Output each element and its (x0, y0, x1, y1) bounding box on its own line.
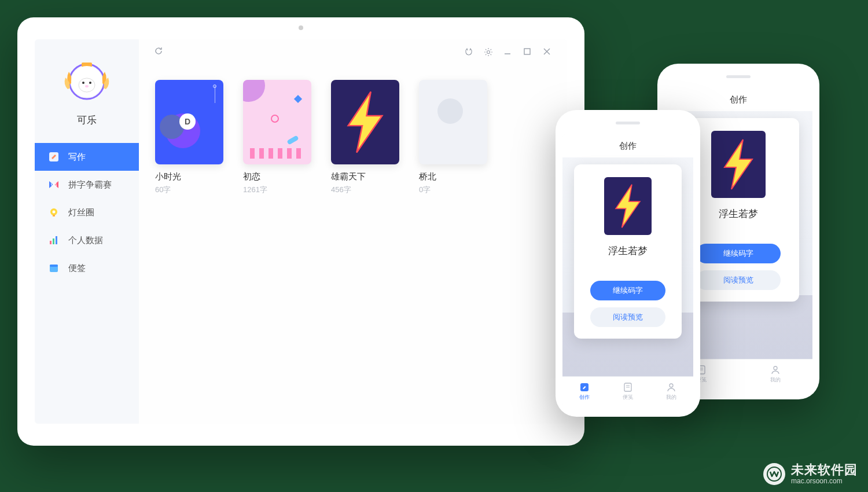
phone-speaker (616, 122, 640, 124)
svg-marker-22 (724, 139, 752, 189)
book-grid: D 小时光 60字 初恋 1261字 雄霸天下 456字 (139, 65, 567, 424)
continue-writing-button[interactable]: 继续码字 (696, 244, 781, 263)
book-title: 小时光 (155, 171, 223, 182)
featured-book-cover (604, 177, 652, 235)
sidebar-item-label: 便签 (68, 263, 86, 274)
book-meta: 60字 (155, 185, 223, 195)
phone-header: 创作 (664, 88, 812, 111)
sidebar-item-contest[interactable]: VS 拼字争霸赛 (35, 171, 139, 199)
lightning-icon (720, 138, 757, 190)
book-card[interactable]: D 小时光 60字 (155, 80, 223, 409)
book-cover (419, 80, 487, 164)
avatar-badge[interactable] (61, 56, 113, 108)
watermark-url: mac.orsoon.com (791, 478, 858, 485)
featured-book-title: 浮生若梦 (719, 207, 758, 221)
versus-icon: VS (47, 178, 60, 191)
preview-reading-button[interactable]: 阅读预览 (590, 307, 665, 327)
tab-label: 便笺 (623, 394, 633, 401)
book-cover: D (155, 80, 223, 164)
profile-tab-icon (770, 365, 781, 375)
tab-label: 我的 (770, 376, 781, 384)
tab-compose[interactable]: 创作 (562, 377, 606, 406)
svg-point-26 (774, 366, 777, 370)
svg-rect-18 (524, 49, 530, 54)
cover-badge: D (179, 113, 196, 130)
phone-small-frame: 创作 浮生若梦 继续码字 阅读预览 创作 便笺 我 (556, 110, 700, 417)
sidebar-item-label: 灯丝圈 (68, 207, 94, 218)
note-icon (47, 262, 60, 274)
profile-tab-icon (666, 382, 676, 392)
sidebar-item-notes[interactable]: 便签 (35, 254, 139, 282)
svg-rect-9 (53, 215, 55, 216)
svg-point-16 (487, 51, 490, 54)
sidebar-nav: 写作 VS 拼字争霸赛 灯丝圈 (35, 143, 139, 282)
sidebar-item-label: 写作 (68, 152, 86, 163)
tab-profile[interactable]: 我的 (738, 359, 812, 389)
svg-point-33 (767, 467, 781, 481)
svg-marker-27 (616, 185, 640, 228)
preview-reading-button[interactable]: 阅读预览 (696, 270, 781, 290)
tab-profile[interactable]: 我的 (650, 377, 693, 406)
main-area: D 小时光 60字 初恋 1261字 雄霸天下 456字 (139, 39, 567, 424)
svg-rect-11 (50, 241, 52, 244)
avatar-image (71, 66, 102, 97)
lightning-icon (612, 183, 644, 229)
svg-point-3 (82, 82, 84, 84)
tab-notes[interactable]: 便笺 (606, 377, 649, 406)
camera-dot (299, 25, 303, 30)
phone-tabbar: 创作 便笺 我的 (562, 376, 693, 406)
sidebar: 可乐 写作 VS 拼字争霸赛 (35, 39, 139, 424)
sidebar-item-community[interactable]: 灯丝圈 (35, 199, 139, 226)
watermark-logo-icon (763, 463, 785, 485)
cat-icon[interactable] (464, 47, 473, 57)
sidebar-item-label: 个人数据 (68, 235, 103, 246)
sidebar-item-compose[interactable]: 写作 (35, 143, 139, 171)
book-meta: 456字 (331, 185, 399, 195)
book-card[interactable]: 桥北 0字 (419, 80, 487, 409)
sidebar-item-stats[interactable]: 个人数据 (35, 226, 139, 254)
svg-rect-12 (53, 238, 54, 244)
svg-text:VS: VS (51, 182, 57, 188)
svg-point-5 (85, 85, 89, 87)
book-title: 初恋 (243, 171, 311, 182)
featured-book-card: 浮生若梦 继续码字 阅读预览 (574, 164, 681, 339)
phone-header: 创作 (562, 134, 693, 157)
continue-writing-button[interactable]: 继续码字 (590, 281, 665, 300)
book-cover (243, 80, 311, 164)
book-meta: 1261字 (243, 185, 311, 195)
username: 可乐 (77, 113, 97, 127)
gear-icon[interactable] (484, 47, 493, 57)
svg-rect-13 (56, 236, 57, 244)
book-card[interactable]: 初恋 1261字 (243, 80, 311, 409)
tab-label: 我的 (666, 394, 676, 401)
phone-body: 浮生若梦 继续码字 阅读预览 (562, 157, 693, 376)
book-meta: 0字 (419, 185, 487, 195)
book-title: 雄霸天下 (331, 171, 399, 182)
compose-icon (47, 150, 60, 163)
featured-book-title: 浮生若梦 (608, 244, 648, 258)
watermark: 未来软件园 mac.orsoon.com (763, 463, 858, 485)
book-title: 桥北 (419, 171, 487, 182)
refresh-icon[interactable] (154, 47, 163, 57)
svg-point-10 (53, 211, 56, 214)
minimize-icon[interactable] (503, 47, 513, 57)
svg-marker-21 (348, 91, 382, 152)
svg-point-4 (89, 82, 91, 84)
notes-tab-icon (623, 382, 633, 392)
svg-point-32 (670, 384, 673, 387)
lightning-icon (343, 90, 388, 154)
close-icon[interactable] (543, 47, 552, 57)
featured-book-cover (711, 131, 766, 198)
laptop-frame: 可乐 写作 VS 拼字争霸赛 (17, 17, 584, 446)
watermark-title: 未来软件园 (791, 463, 858, 477)
maximize-icon[interactable] (523, 47, 532, 57)
compose-tab-icon (579, 382, 590, 392)
bulb-icon (47, 206, 60, 219)
svg-rect-15 (50, 265, 58, 267)
sidebar-item-label: 拼字争霸赛 (68, 179, 112, 190)
chart-icon (47, 234, 60, 247)
phone-small-screen: 创作 浮生若梦 继续码字 阅读预览 创作 便笺 我 (562, 134, 693, 406)
app-window: 可乐 写作 VS 拼字争霸赛 (35, 39, 567, 424)
tab-label: 创作 (579, 394, 590, 401)
book-card[interactable]: 雄霸天下 456字 (331, 80, 399, 409)
